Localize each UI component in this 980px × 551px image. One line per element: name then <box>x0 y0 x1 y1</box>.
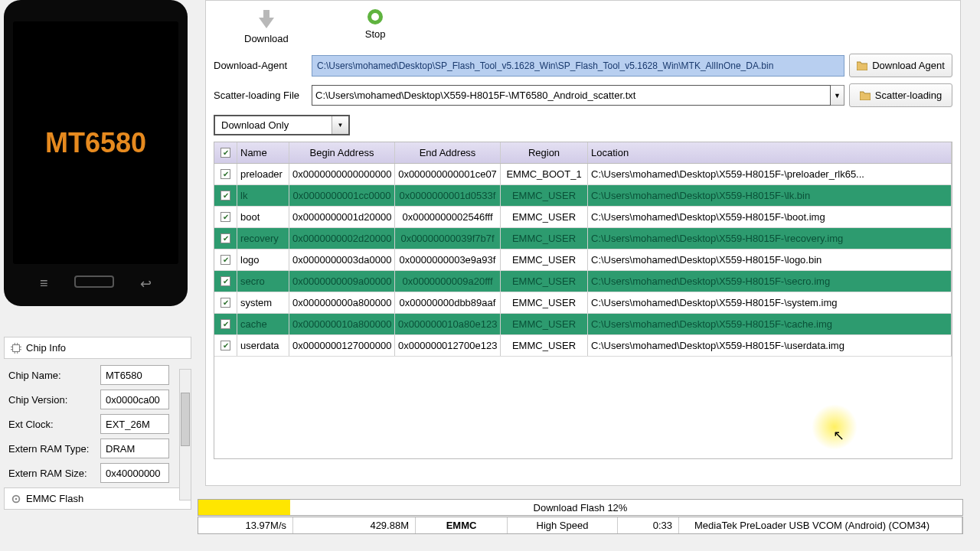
scatter-loading-button[interactable]: Scatter-loading <box>849 83 952 107</box>
partition-table: ✔ Name Begin Address End Address Region … <box>214 142 952 459</box>
folder-icon <box>857 61 867 70</box>
menu-icon: ≡ <box>40 276 48 292</box>
row-checkbox[interactable]: ✔ <box>220 233 230 243</box>
chip-field-value[interactable] <box>100 365 169 385</box>
main-panel: Download Stop Download-Agent C:\Users\mo… <box>205 0 961 486</box>
cell-location: C:\Users\mohamed\Desktop\X559-H8015F-\lo… <box>588 249 952 270</box>
progress-bar: Download Flash 12% <box>198 499 963 516</box>
cell-region: EMMC_USER <box>501 185 588 206</box>
row-checkbox[interactable]: ✔ <box>220 276 230 286</box>
status-time: 0:33 <box>618 517 679 533</box>
cell-begin: 0x0000000127000000 <box>289 335 395 356</box>
table-row[interactable]: ✔recovery0x0000000002d200000x00000000039… <box>214 228 952 249</box>
cell-region: EMMC_USER <box>501 249 588 270</box>
row-checkbox[interactable]: ✔ <box>220 341 230 350</box>
select-all-checkbox: ✔ <box>220 148 230 158</box>
download-agent-button[interactable]: Download Agent <box>849 54 952 77</box>
svg-point-10 <box>15 497 18 500</box>
table-row[interactable]: ✔logo0x0000000003da00000x0000000003e9a93… <box>214 249 952 271</box>
cell-name: logo <box>237 249 289 270</box>
cell-end: 0x00000000039f7b7f <box>395 228 501 249</box>
cell-region: EMMC_USER <box>501 271 588 292</box>
header-checkbox-col[interactable]: ✔ <box>214 142 237 163</box>
chip-info-title: Chip Info <box>26 342 66 354</box>
download-mode-select[interactable]: Download Only ▼ <box>214 115 350 135</box>
chip-scrollbar[interactable] <box>179 369 191 500</box>
chip-info-panel: Chip Info Chip Name:Chip Version:Ext Clo… <box>4 337 191 510</box>
table-row[interactable]: ✔lk0x0000000001cc00000x0000000001d0533fE… <box>214 185 952 207</box>
header-begin[interactable]: Begin Address <box>289 142 395 163</box>
header-region[interactable]: Region <box>501 142 588 163</box>
svg-point-12 <box>371 13 379 21</box>
table-row[interactable]: ✔system0x000000000a8000000x00000000dbb89… <box>214 292 952 314</box>
chevron-down-icon: ▼ <box>332 116 348 134</box>
chip-field-label: Chip Version: <box>8 394 100 406</box>
cell-name: userdata <box>237 335 289 356</box>
chip-row: Chip Name: <box>8 365 187 385</box>
header-location[interactable]: Location <box>588 142 952 163</box>
scatter-file-input[interactable] <box>312 85 831 106</box>
row-checkbox[interactable]: ✔ <box>220 169 230 179</box>
chip-field-label: Chip Name: <box>8 370 100 381</box>
stop-icon <box>367 8 384 25</box>
chip-field-value[interactable] <box>100 414 169 434</box>
chip-row: Extern RAM Type: <box>8 439 187 458</box>
phone-screen: MT6580 <box>13 21 178 264</box>
cell-begin: 0x0000000002d20000 <box>289 228 395 249</box>
chip-icon <box>11 343 21 354</box>
cell-region: EMMC_BOOT_1 <box>501 164 588 184</box>
cell-name: secro <box>237 271 289 292</box>
home-icon <box>74 276 114 288</box>
progress-area: Download Flash 12% 13.97M/s 429.88M EMMC… <box>198 499 963 534</box>
table-row[interactable]: ✔userdata0x00000001270000000x00000001270… <box>214 335 952 357</box>
download-icon <box>256 8 277 30</box>
scatter-dropdown-button[interactable]: ▼ <box>831 85 844 106</box>
gear-icon <box>11 494 21 504</box>
cell-end: 0x0000000003e9a93f <box>395 249 501 270</box>
cell-name: recovery <box>237 228 289 249</box>
cell-end: 0x0000000009a20fff <box>395 271 501 292</box>
status-bar: 13.97M/s 429.88M EMMC High Speed 0:33 Me… <box>198 517 963 534</box>
chip-field-label: Extern RAM Type: <box>8 443 100 455</box>
stop-button[interactable]: Stop <box>365 8 386 44</box>
chip-field-value[interactable] <box>100 463 169 483</box>
table-row[interactable]: ✔boot0x0000000001d200000x0000000002546ff… <box>214 207 952 228</box>
status-mode: High Speed <box>508 517 618 533</box>
cell-end: 0x000000012700e123 <box>395 335 501 356</box>
cell-location: C:\Users\mohamed\Desktop\X559-H8015F-\lk… <box>588 185 952 206</box>
chip-field-label: Extern RAM Size: <box>8 468 100 479</box>
chip-field-value[interactable] <box>100 439 169 458</box>
cell-begin: 0x0000000009a00000 <box>289 271 395 292</box>
cell-name: preloader <box>237 164 289 184</box>
cell-location: C:\Users\mohamed\Desktop\X559-H8015F-\re… <box>588 228 952 249</box>
cell-region: EMMC_USER <box>501 228 588 249</box>
cell-begin: 0x0000000001cc0000 <box>289 185 395 206</box>
download-mode-value: Download Only <box>215 116 332 134</box>
svg-rect-0 <box>13 344 20 351</box>
row-checkbox[interactable]: ✔ <box>220 298 230 308</box>
table-row[interactable]: ✔cache0x000000010a8000000x000000010a80e1… <box>214 314 952 335</box>
progress-text: Download Flash 12% <box>198 502 962 514</box>
header-name[interactable]: Name <box>237 142 289 163</box>
row-checkbox[interactable]: ✔ <box>220 191 230 201</box>
cell-name: lk <box>237 185 289 206</box>
cell-region: EMMC_USER <box>501 207 588 227</box>
chip-info-header[interactable]: Chip Info <box>4 337 191 359</box>
download-label: Download <box>244 33 289 44</box>
emmc-flash-header[interactable]: EMMC Flash <box>4 487 191 510</box>
table-header: ✔ Name Begin Address End Address Region … <box>214 142 952 164</box>
cell-name: boot <box>237 207 289 227</box>
scatter-file-label: Scatter-loading File <box>214 90 307 101</box>
stop-label: Stop <box>365 28 386 40</box>
row-checkbox[interactable]: ✔ <box>220 255 230 265</box>
chip-field-value[interactable] <box>100 390 169 409</box>
download-button[interactable]: Download <box>244 8 289 44</box>
table-row[interactable]: ✔secro0x0000000009a000000x0000000009a20f… <box>214 271 952 292</box>
cell-begin: 0x0000000003da0000 <box>289 249 395 270</box>
row-checkbox[interactable]: ✔ <box>220 319 230 329</box>
table-row[interactable]: ✔preloader0x00000000000000000x0000000000… <box>214 164 952 185</box>
download-agent-path[interactable]: C:\Users\mohamed\Desktop\SP_Flash_Tool_v… <box>312 55 844 77</box>
row-checkbox[interactable]: ✔ <box>220 212 230 222</box>
header-end[interactable]: End Address <box>395 142 501 163</box>
cell-region: EMMC_USER <box>501 314 588 334</box>
